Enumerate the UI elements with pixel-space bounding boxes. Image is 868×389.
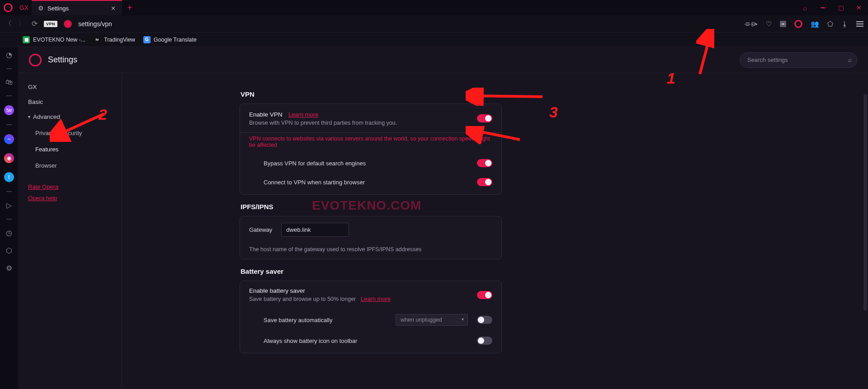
history-icon[interactable]: ◷	[6, 229, 12, 237]
profile-icon[interactable]: 👥	[811, 20, 819, 28]
nav-features[interactable]: Features	[23, 142, 117, 157]
save-auto-label: Save battery automatically	[264, 317, 396, 323]
enable-battery-toggle[interactable]	[477, 291, 492, 299]
nav-browser[interactable]: Browser	[23, 158, 117, 173]
pinboards-icon[interactable]: ▪▪	[780, 21, 786, 27]
save-auto-select[interactable]: when unplugged	[396, 314, 468, 326]
back-button[interactable]: 〈	[5, 19, 12, 28]
gateway-label: Gateway	[249, 226, 272, 233]
enable-vpn-toggle[interactable]	[477, 114, 492, 122]
battery-card: Enable battery saver Save battery and br…	[240, 281, 502, 353]
url-text[interactable]: settings/vpn	[78, 20, 738, 28]
bookmark-translate[interactable]: G Google Translate	[143, 36, 197, 43]
settings-gear-icon[interactable]: ⚙	[6, 264, 12, 272]
heart-icon[interactable]: ♡	[766, 20, 772, 28]
tv-icon: tv	[94, 36, 101, 43]
connect-start-label: Connect to VPN when starting browser	[264, 179, 477, 186]
bookmarks-bar: ▦ EVOTEKNO New -... tv TradingView G Goo…	[0, 33, 868, 47]
chevron-down-icon: ▾	[28, 114, 30, 119]
twitch-icon[interactable]: tw	[4, 105, 14, 115]
search-icon: ⌕	[848, 56, 852, 63]
nav-privacy[interactable]: Privacy & security	[23, 126, 117, 141]
connect-start-toggle[interactable]	[477, 178, 492, 186]
bookmark-evotekno[interactable]: ▦ EVOTEKNO New -...	[23, 36, 85, 43]
twitter-icon[interactable]: t	[4, 172, 14, 182]
enable-battery-desc: Save battery and browse up to 50% longer	[249, 296, 356, 302]
opera-outline-icon	[29, 54, 42, 66]
scrollbar[interactable]	[863, 94, 867, 311]
vpn-section-title: VPN	[241, 90, 502, 98]
rate-opera-link[interactable]: Rate Opera	[23, 181, 117, 192]
settings-sidebar: GX Basic ▾ Advanced Privacy & security F…	[18, 73, 122, 389]
search-settings-input[interactable]	[740, 52, 857, 68]
settings-page: Settings ⌕ GX Basic ▾ Advanced Privacy &…	[18, 47, 868, 389]
messenger-icon[interactable]: ~	[4, 134, 14, 144]
easy-setup-icon[interactable]	[856, 21, 863, 27]
vpn-warning: VPN connects to websites via various ser…	[240, 133, 501, 154]
translate-icon: G	[143, 36, 151, 43]
tab-settings[interactable]: ⚙ Settings ✕	[32, 0, 122, 15]
gateway-input[interactable]	[281, 223, 349, 237]
opera-logo-icon[interactable]	[0, 0, 16, 15]
enable-vpn-desc: Browse with VPN to prevent third parties…	[249, 120, 477, 126]
titlebar: GX ⚙ Settings ✕ + ⌕ ━ ▢ ✕	[0, 0, 868, 15]
nav-gx[interactable]: GX	[23, 80, 117, 94]
settings-content: VPN Enable VPN Learn more Browse with VP…	[122, 73, 868, 389]
reload-button[interactable]: ⟳	[32, 19, 38, 28]
gx-icon[interactable]: GX	[16, 0, 32, 15]
camera-icon[interactable]: ⌯⌲	[744, 20, 758, 28]
page-header: Settings ⌕	[18, 47, 868, 73]
tab-label: Settings	[47, 5, 69, 12]
close-window-button[interactable]: ✕	[850, 0, 868, 15]
battery-icon-label: Always show battery icon on toolbar	[264, 337, 477, 344]
close-tab-icon[interactable]: ✕	[111, 5, 116, 12]
enable-battery-label: Enable battery saver	[249, 287, 477, 294]
bypass-vpn-label: Bypass VPN for default search engines	[264, 160, 477, 167]
search-tabs-icon[interactable]: ⌕	[796, 0, 814, 15]
gateway-hint: The host name of the gateway used to res…	[249, 246, 492, 253]
forward-button[interactable]: 〉	[18, 19, 25, 28]
new-tab-button[interactable]: +	[122, 0, 137, 15]
battery-learn-more-link[interactable]: Learn more	[361, 295, 391, 302]
nav-basic[interactable]: Basic	[23, 94, 117, 109]
maximize-button[interactable]: ▢	[832, 0, 850, 15]
speed-dial-icon[interactable]: ◔	[6, 51, 12, 59]
cube-icon[interactable]: ⬠	[827, 20, 833, 28]
window-controls: ⌕ ━ ▢ ✕	[796, 0, 868, 15]
gear-icon: ⚙	[38, 5, 44, 12]
ipfs-card: Gateway The host name of the gateway use…	[240, 216, 502, 259]
vpn-learn-more-link[interactable]: Learn more	[288, 111, 318, 118]
vpn-badge[interactable]: VPN	[44, 21, 57, 27]
opera-o-icon	[64, 20, 72, 28]
nav-advanced[interactable]: ▾ Advanced	[23, 109, 117, 124]
page-title: Settings	[48, 55, 740, 65]
battery-icon-toggle[interactable]	[477, 337, 492, 345]
bypass-vpn-toggle[interactable]	[477, 159, 492, 167]
opera-circle-icon[interactable]	[794, 20, 802, 28]
app-sidebar: ◔ 🛍 tw ~ ◉ t ▷ ◷ ⬡ ⚙	[0, 47, 18, 389]
sheet-icon: ▦	[23, 36, 30, 43]
downloads-icon[interactable]: ⭳	[841, 20, 848, 28]
save-auto-toggle[interactable]	[477, 316, 492, 324]
vpn-card: Enable VPN Learn more Browse with VPN to…	[240, 103, 502, 195]
address-bar: 〈 〉 ⟳ VPN settings/vpn ⌯⌲ ♡ ▪▪ 👥 ⬠ ⭳	[0, 15, 868, 33]
minimize-button[interactable]: ━	[814, 0, 832, 15]
battery-section-title: Battery saver	[241, 267, 502, 275]
player-icon[interactable]: ▷	[6, 201, 12, 210]
shopping-icon[interactable]: 🛍	[5, 78, 13, 86]
bookmark-tradingview[interactable]: tv TradingView	[94, 36, 135, 43]
opera-help-link[interactable]: Opera help	[23, 192, 117, 204]
instagram-icon[interactable]: ◉	[4, 153, 14, 163]
enable-vpn-label: Enable VPN	[249, 111, 283, 118]
ipfs-section-title: IPFS/IPNS	[241, 203, 502, 211]
extensions-icon[interactable]: ⬡	[6, 246, 12, 255]
